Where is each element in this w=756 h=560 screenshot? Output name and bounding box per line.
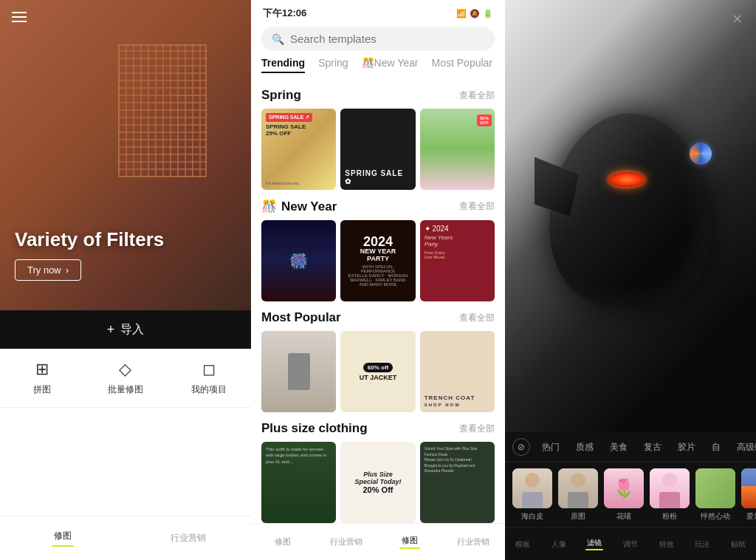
ny-t2-sub: WITH SPECIAL PERFORMANCEESTELLE DARCY · … bbox=[346, 264, 409, 287]
spring-template-2[interactable]: SPRING SALE ✿ bbox=[340, 109, 415, 190]
middle-panel: 下午12:06 📶 🔕 🔋 🔍 Trending Spring 🎊New Yea… bbox=[251, 0, 505, 560]
anime-viewer: ✕ bbox=[505, 0, 756, 432]
new-year-template-row: 🎆 2024 NEW YEARPARTY WITH SPECIAL PERFOR… bbox=[261, 220, 495, 301]
ny-t2-title: NEW YEARPARTY bbox=[360, 248, 396, 263]
menu-line-1 bbox=[12, 12, 27, 13]
left-nav-active-indicator bbox=[52, 545, 74, 547]
filter-tag-food[interactable]: 美食 bbox=[605, 440, 632, 455]
filter-thumb-xiran[interactable]: 怦然心动 bbox=[695, 468, 735, 522]
left-nav-marketing[interactable]: 行业营销 bbox=[126, 516, 251, 560]
filter-thumb-fense[interactable]: 粉粉 bbox=[650, 468, 690, 522]
tab-trending[interactable]: Trending bbox=[261, 57, 305, 73]
spring-title-text: Spring bbox=[261, 88, 301, 103]
hamburger-menu[interactable] bbox=[12, 12, 27, 22]
my-projects-icon: ◻ bbox=[202, 360, 216, 379]
spring-t3-badge: 50%OFF bbox=[477, 115, 492, 126]
mp-t1-person bbox=[288, 353, 310, 390]
my-projects-label: 我的项目 bbox=[191, 383, 227, 396]
filter-tag-advanced[interactable]: 高级编辑 bbox=[732, 440, 756, 455]
middle-nav-biz[interactable]: 行业营销 bbox=[441, 524, 505, 560]
try-now-button[interactable]: Try now › bbox=[15, 259, 81, 281]
tab-most-popular[interactable]: Most Popular bbox=[432, 57, 492, 73]
search-bar[interactable]: 🔍 bbox=[261, 27, 495, 51]
yuantu-portrait bbox=[558, 468, 598, 508]
wifi-icon: 🔕 bbox=[470, 9, 480, 18]
action-bar: ⊞ 拼图 ◇ 批量修图 ◻ 我的项目 bbox=[0, 349, 251, 408]
new-year-template-2[interactable]: 2024 NEW YEARPARTY WITH SPECIAL PERFORMA… bbox=[340, 220, 415, 301]
left-nav-edit[interactable]: 修图 bbox=[0, 516, 126, 560]
right-nav-effects[interactable]: 特效 bbox=[648, 528, 684, 560]
right-nav-play[interactable]: 玩法 bbox=[684, 528, 721, 560]
middle-nav-template-label: 修图 bbox=[402, 535, 418, 546]
plus-size-template-1[interactable]: This outfit is made for women with large… bbox=[261, 442, 336, 523]
most-popular-template-3[interactable]: TRENCH COATSHOP NOW bbox=[420, 331, 495, 412]
tab-new-year[interactable]: 🎊New Year bbox=[362, 57, 419, 73]
haibai-portrait bbox=[512, 468, 552, 508]
ps-t1-content: This outfit is made for women with large… bbox=[261, 442, 336, 523]
new-year-template-3[interactable]: ✦ 2024 New YearsParty Free EntryLive Mus… bbox=[420, 220, 495, 301]
spring-template-1[interactable]: SPRING SALE ↗ SPRING SALE25% OFF For lim… bbox=[261, 109, 336, 190]
spring-template-row: SPRING SALE ↗ SPRING SALE25% OFF For lim… bbox=[261, 109, 495, 190]
middle-nav-template[interactable]: 修图 bbox=[378, 524, 441, 560]
most-popular-template-1[interactable] bbox=[261, 331, 336, 412]
ny-t3-text: New YearsParty bbox=[425, 234, 490, 247]
batch-edit-label: 批量修图 bbox=[108, 383, 143, 396]
middle-nav-edit[interactable]: 修图 bbox=[251, 524, 315, 560]
filter-tag-custom[interactable]: 自 bbox=[707, 440, 725, 455]
search-input[interactable] bbox=[290, 33, 484, 45]
right-nav-adjust[interactable]: 调节 bbox=[613, 528, 649, 560]
right-nav-filter[interactable]: 滤镜 bbox=[577, 528, 613, 560]
try-now-label: Try now bbox=[27, 264, 61, 276]
most-popular-section-header: Most Popular 查看全部 bbox=[261, 310, 495, 325]
filter-thumb-yuantu[interactable]: 原图 bbox=[558, 468, 598, 522]
right-nav-adjust-label: 调节 bbox=[623, 539, 638, 550]
collage-label: 拼图 bbox=[33, 383, 51, 396]
filter-tag-film[interactable]: 胶片 bbox=[673, 440, 700, 455]
spring-section-title: Spring bbox=[261, 88, 301, 103]
right-nav-sticker[interactable]: 贴纸 bbox=[720, 528, 756, 560]
filter-panel: ⊘ 热门 质感 美食 复古 胶片 自 高级编辑 海白皮 bbox=[505, 432, 756, 560]
right-nav-template[interactable]: 模板 bbox=[505, 528, 541, 560]
tab-spring[interactable]: Spring bbox=[318, 57, 348, 73]
arrow-right-icon: › bbox=[66, 264, 69, 276]
ny-t3-content: ✦ 2024 New YearsParty Free EntryLive Mus… bbox=[420, 220, 495, 301]
right-nav-sticker-label: 贴纸 bbox=[731, 539, 746, 550]
right-nav-portrait[interactable]: 人像 bbox=[541, 528, 577, 560]
plus-size-template-3[interactable]: Unlock Your Style with Plus Size Fashion… bbox=[420, 442, 495, 523]
mp-t3-content: TRENCH COATSHOP NOW bbox=[420, 331, 495, 412]
collage-action[interactable]: ⊞ 拼图 bbox=[0, 349, 83, 407]
new-year-view-all[interactable]: 查看全部 bbox=[459, 200, 495, 213]
plus-size-view-all[interactable]: 查看全部 bbox=[459, 423, 495, 435]
search-icon: 🔍 bbox=[272, 33, 284, 45]
new-year-template-1[interactable]: 🎆 bbox=[261, 220, 336, 301]
aile-sunset bbox=[741, 486, 756, 508]
plus-size-template-2[interactable]: Plus SizeSpecial Today! 20% Off bbox=[340, 442, 415, 523]
close-button[interactable]: ✕ bbox=[726, 9, 747, 30]
most-popular-view-all[interactable]: 查看全部 bbox=[459, 312, 495, 324]
flower-icon: 🌷 bbox=[613, 478, 635, 499]
spring-template-3[interactable]: 50%OFF bbox=[420, 109, 495, 190]
my-projects-action[interactable]: ◻ 我的项目 bbox=[168, 349, 251, 407]
plus-icon: + bbox=[107, 322, 115, 338]
import-bar[interactable]: + 导入 bbox=[0, 310, 251, 349]
yuantu-body bbox=[568, 492, 588, 508]
filter-thumb-huaban[interactable]: 🌷 花喵 bbox=[604, 468, 644, 522]
middle-nav-marketing[interactable]: 行业营销 bbox=[315, 524, 378, 560]
filter-tag-hot[interactable]: 热门 bbox=[537, 440, 564, 455]
spring-view-all[interactable]: 查看全部 bbox=[459, 89, 495, 102]
batch-edit-action[interactable]: ◇ 批量修图 bbox=[83, 349, 167, 407]
new-year-section-title: 🎊 New Year bbox=[261, 199, 337, 214]
filter-thumb-haibai[interactable]: 海白皮 bbox=[512, 468, 552, 522]
middle-nav-edit-label: 修图 bbox=[275, 536, 291, 547]
filter-tag-vintage[interactable]: 复古 bbox=[639, 440, 666, 455]
helmet-eye-glow bbox=[608, 172, 645, 187]
most-popular-template-2[interactable]: 60% off UT JACKET bbox=[340, 331, 415, 412]
spring-t1-text: SPRING SALE25% OFF bbox=[266, 123, 331, 137]
filter-tag-texture[interactable]: 质感 bbox=[571, 440, 598, 455]
huaban-label: 花喵 bbox=[616, 511, 631, 522]
most-popular-title-text: Most Popular bbox=[261, 310, 341, 325]
filter-tags-row: ⊘ 热门 质感 美食 复古 胶片 自 高级编辑 bbox=[505, 432, 756, 462]
filter-thumb-aile[interactable]: 爱乐之城 bbox=[741, 468, 756, 522]
status-bar: 下午12:06 📶 🔕 🔋 bbox=[251, 0, 505, 27]
filter-reset-btn[interactable]: ⊘ bbox=[512, 438, 530, 456]
